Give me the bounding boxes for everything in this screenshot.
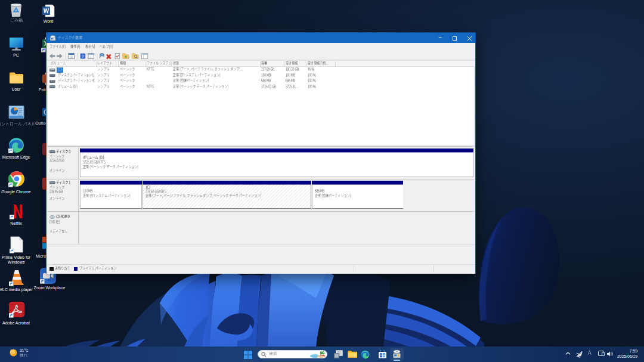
svg-text:?: ? (82, 54, 85, 59)
